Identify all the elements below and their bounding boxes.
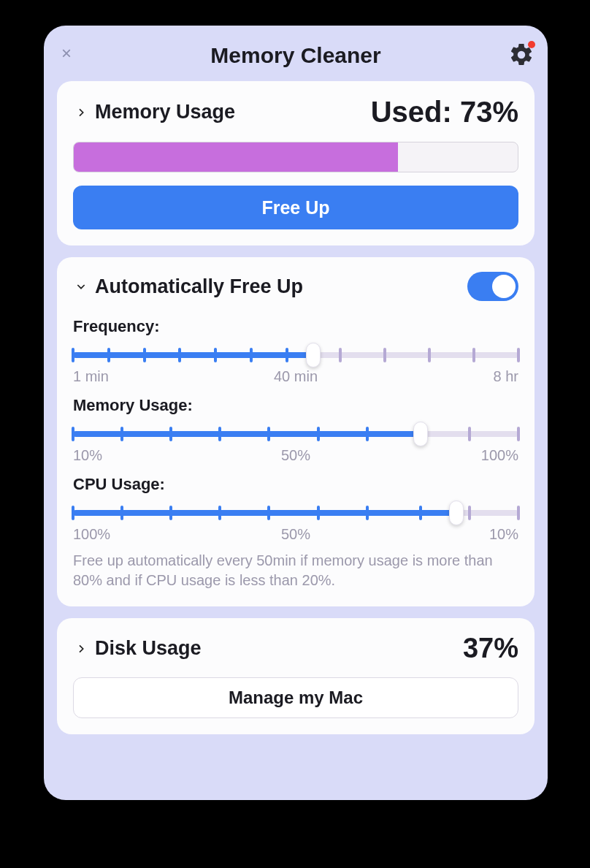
frequency-slider[interactable] [73,346,518,364]
app-window: × Memory Cleaner Memory Usage Used: 73% … [44,26,548,800]
frequency-mid-label: 40 min [274,368,318,385]
memory-mid-label: 50% [281,447,310,464]
title-bar: × Memory Cleaner [57,37,535,74]
auto-freeup-card: Automatically Free Up Frequency: 1 min 4… [57,257,535,606]
frequency-label: Frequency: [73,317,518,336]
memory-slider-label: Memory Usage: [73,396,518,415]
disk-usage-label: Disk Usage [95,637,202,660]
memory-usage-card: Memory Usage Used: 73% Free Up [57,81,535,245]
settings-button[interactable] [508,42,535,68]
disk-usage-header[interactable]: Disk Usage 37% [73,633,518,664]
frequency-max-label: 8 hr [494,368,518,385]
auto-freeup-toggle[interactable] [467,272,518,301]
memory-progress-fill [74,142,398,172]
cpu-slider[interactable] [73,504,518,522]
cpu-slider-label: CPU Usage: [73,475,518,494]
cpu-min-label: 100% [73,526,110,543]
memory-usage-label: Memory Usage [95,101,235,123]
memory-usage-header[interactable]: Memory Usage Used: 73% [73,96,518,129]
chevron-down-icon [73,278,89,294]
toggle-knob [492,275,516,298]
auto-freeup-label: Automatically Free Up [95,275,303,298]
auto-freeup-summary: Free up automatically every 50min if mem… [73,551,518,590]
free-up-button[interactable]: Free Up [73,186,518,229]
frequency-min-label: 1 min [73,368,109,385]
manage-mac-button[interactable]: Manage my Mac [73,677,518,718]
cpu-mid-label: 50% [281,526,310,543]
memory-max-label: 100% [481,447,518,464]
cpu-slider-group: CPU Usage: 100% 50% 10% [73,475,518,545]
memory-min-label: 10% [73,447,102,464]
memory-slider-group: Memory Usage: 10% 50% 100% [73,396,518,466]
auto-freeup-header[interactable]: Automatically Free Up [73,272,518,301]
disk-usage-card: Disk Usage 37% Manage my Mac [57,618,535,734]
notification-dot-icon [528,41,535,48]
memory-used-value: Used: 73% [371,96,518,129]
disk-usage-value: 37% [463,633,518,664]
memory-progress-bar [73,142,518,172]
memory-slider[interactable] [73,425,518,443]
frequency-slider-group: Frequency: 1 min 40 min 8 hr [73,317,518,387]
chevron-right-icon [73,104,89,121]
chevron-right-icon [73,641,89,657]
close-icon[interactable]: × [61,46,76,61]
app-title: Memory Cleaner [210,43,380,68]
cpu-max-label: 10% [489,526,518,543]
